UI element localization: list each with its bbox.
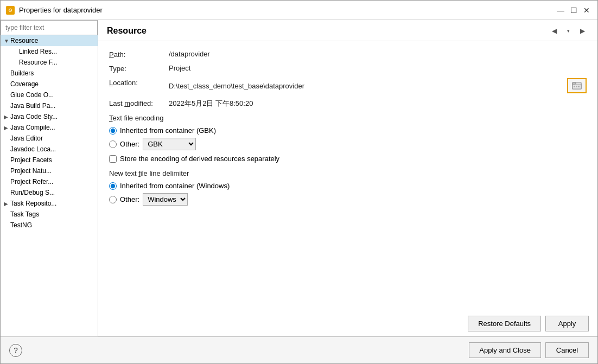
back-button[interactable]: ◀ (548, 24, 561, 37)
main-content: ▼ Resource Linked Res... Resource F... B… (1, 20, 597, 336)
encoding-inherited-row: Inherited from container (GBK) (109, 126, 587, 135)
sidebar-item-java-build-path[interactable]: Java Build Pa... (1, 100, 98, 111)
sidebar-item-label: Builders (10, 69, 34, 77)
sidebar-item-linked-resources[interactable]: Linked Res... (1, 46, 98, 57)
tree-container: ▼ Resource Linked Res... Resource F... B… (1, 35, 98, 336)
minimize-button[interactable]: — (555, 5, 566, 16)
nav-buttons: ◀ ▾ ▶ (548, 24, 589, 37)
last-modified-label: Last modified: (109, 99, 169, 107)
sidebar: ▼ Resource Linked Res... Resource F... B… (1, 20, 98, 336)
sidebar-item-label: Resource F... (19, 59, 58, 66)
type-row: Type: Project (109, 64, 587, 73)
sidebar-item-label: Linked Res... (19, 48, 57, 55)
encoding-inherited-radio[interactable] (109, 127, 117, 135)
filter-input[interactable] (1, 20, 98, 35)
sidebar-item-label: Task Tags (10, 210, 39, 218)
svg-rect-4 (576, 86, 577, 87)
sidebar-item-testng[interactable]: TestNG (1, 220, 98, 231)
right-panel: Resource ◀ ▾ ▶ Path: /dataprovider Type:… (98, 20, 597, 336)
sidebar-item-project-facets[interactable]: Project Facets (1, 155, 98, 165)
location-row-content: D:\test_class_demo\test_base\dataprovide… (169, 78, 587, 93)
sidebar-item-java-editor[interactable]: Java Editor (1, 133, 98, 144)
expand-arrow: ▶ (4, 114, 10, 120)
sidebar-item-coverage[interactable]: Coverage (1, 79, 98, 90)
dialog-icon: ⚙ (6, 6, 15, 15)
path-row: Path: /dataprovider (109, 50, 587, 59)
sidebar-item-label: Glue Code O... (10, 91, 54, 99)
expand-arrow: ▶ (4, 201, 10, 207)
back-dropdown-button[interactable]: ▾ (562, 24, 575, 37)
title-controls: — ☐ ✕ (555, 5, 592, 16)
delimiter-other-select[interactable]: Windows Unix Mac (143, 193, 188, 206)
help-button[interactable]: ? (9, 344, 22, 357)
restore-defaults-button[interactable]: Restore Defaults (468, 316, 541, 331)
sidebar-item-label: Java Build Pa... (10, 102, 55, 110)
cancel-button[interactable]: Cancel (545, 342, 589, 358)
sidebar-item-project-natures[interactable]: Project Natu... (1, 165, 98, 176)
location-row: Location: D:\test_class_demo\test_base\d… (109, 78, 587, 93)
sidebar-item-java-compiler[interactable]: ▶ Java Compile... (1, 122, 98, 133)
expand-arrow: ▶ (4, 125, 10, 131)
bottom-row1: Restore Defaults Apply (98, 311, 597, 336)
store-encoding-label: Store the encoding of derived resources … (120, 155, 279, 163)
delimiter-radio-group: Inherited from container (Windows) Other… (109, 182, 587, 206)
sidebar-item-resource-filters[interactable]: Resource F... (1, 57, 98, 68)
delimiter-other-radio[interactable] (109, 196, 117, 203)
encoding-other-label: Other: (120, 140, 139, 148)
sidebar-item-label: Task Reposito... (10, 200, 56, 207)
title-bar: ⚙ Properties for dataprovider — ☐ ✕ (1, 1, 597, 20)
type-value: Project (169, 64, 587, 72)
maximize-button[interactable]: ☐ (568, 5, 579, 16)
browse-icon (572, 81, 582, 91)
panel-body: Path: /dataprovider Type: Project Locati… (98, 41, 597, 311)
svg-rect-3 (574, 86, 575, 87)
sidebar-item-label: Javadoc Loca... (10, 145, 56, 153)
sidebar-item-java-code-style[interactable]: ▶ Java Code Sty... (1, 111, 98, 122)
panel-header: Resource ◀ ▾ ▶ (98, 20, 597, 41)
delimiter-inherited-label: Inherited from container (Windows) (120, 182, 230, 190)
sidebar-item-task-tags[interactable]: Task Tags (1, 209, 98, 220)
location-browse-button[interactable] (567, 78, 587, 93)
encoding-other-select[interactable]: GBK UTF-8 ISO-8859-1 (143, 138, 196, 150)
delimiter-other-label: Other: (120, 195, 139, 203)
sidebar-item-resource[interactable]: ▼ Resource (1, 35, 98, 46)
sidebar-item-task-repositories[interactable]: ▶ Task Reposito... (1, 198, 98, 209)
sidebar-item-javadoc-location[interactable]: Javadoc Loca... (1, 144, 98, 155)
close-button[interactable]: ✕ (581, 5, 592, 16)
sidebar-item-label: Project Facets (10, 156, 52, 164)
svg-rect-2 (572, 82, 576, 84)
encoding-other-row: Other: GBK UTF-8 ISO-8859-1 (109, 138, 587, 150)
last-modified-row: Last modified: 2022年5月2日 下午8:50:20 (109, 99, 587, 108)
sidebar-item-label: Java Editor (10, 135, 43, 142)
sidebar-item-label: Java Code Sty... (10, 113, 58, 120)
svg-rect-5 (578, 86, 580, 87)
expand-arrow: ▼ (4, 38, 10, 44)
encoding-inherited-label: Inherited from container (GBK) (120, 126, 216, 135)
encoding-other-radio[interactable] (109, 141, 117, 148)
apply-button[interactable]: Apply (545, 316, 589, 331)
bottom-left: ? (9, 344, 22, 357)
type-label: Type: (109, 64, 169, 73)
sidebar-item-builders[interactable]: Builders (1, 68, 98, 79)
sidebar-item-label: Project Natu... (10, 167, 52, 175)
last-modified-value: 2022年5月2日 下午8:50:20 (169, 99, 587, 108)
line-delimiter-section: New text file line delimiter Inherited f… (109, 169, 587, 206)
dialog: ⚙ Properties for dataprovider — ☐ ✕ ▼ Re… (0, 0, 598, 364)
sidebar-item-label: Java Compile... (10, 124, 55, 131)
sidebar-item-project-references[interactable]: Project Refer... (1, 176, 98, 187)
location-value: D:\test_class_demo\test_base\dataprovide… (169, 82, 565, 90)
bottom-area: ? Apply and Close Cancel (1, 336, 597, 363)
path-label: Path: (109, 50, 169, 59)
encoding-section-title: Text file encoding (109, 114, 587, 122)
store-encoding-row: Store the encoding of derived resources … (109, 155, 587, 163)
store-encoding-checkbox[interactable] (109, 155, 117, 163)
location-label: Location: (109, 78, 169, 87)
sidebar-item-run-debug[interactable]: Run/Debug S... (1, 187, 98, 198)
apply-and-close-button[interactable]: Apply and Close (469, 342, 541, 358)
encoding-radio-group: Inherited from container (GBK) Other: GB… (109, 126, 587, 150)
delimiter-inherited-radio[interactable] (109, 182, 117, 190)
sidebar-item-label: Resource (10, 37, 38, 44)
sidebar-item-glue-code[interactable]: Glue Code O... (1, 90, 98, 100)
sidebar-item-label: Run/Debug S... (10, 189, 55, 196)
forward-button[interactable]: ▶ (576, 24, 589, 37)
